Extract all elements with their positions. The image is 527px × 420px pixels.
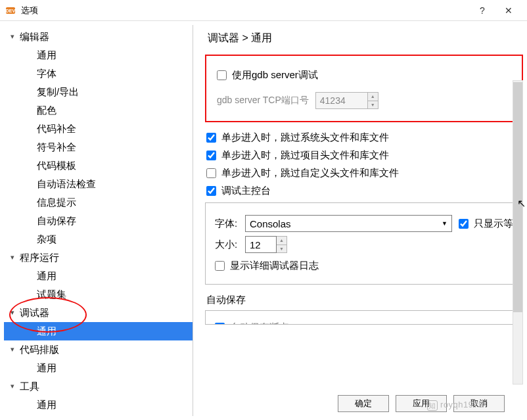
chevron-down-icon: ▾: [11, 345, 20, 354]
tree-item[interactable]: 通用: [4, 359, 193, 377]
size-input[interactable]: 12: [245, 236, 277, 253]
size-label: 大小:: [215, 239, 245, 251]
app-icon: DEV: [5, 5, 16, 16]
step-proj-checkbox[interactable]: 单步进入时，跳过项目头文件和库文件: [206, 149, 522, 162]
chevron-down-icon: ▾: [11, 308, 20, 317]
tree-group-format[interactable]: ▾代码排版: [4, 340, 193, 359]
tree-item[interactable]: 自动语法检查: [4, 175, 193, 193]
tree-item[interactable]: 符号补全: [4, 138, 193, 156]
gdb-port-spinner[interactable]: ▲▼: [368, 92, 378, 109]
tree-item[interactable]: 通用: [4, 267, 193, 285]
main-scrollbar[interactable]: [513, 80, 523, 385]
tree-group-editor[interactable]: ▾编辑器: [4, 28, 193, 46]
window-title: 选项: [21, 5, 38, 16]
cursor-icon: ↖: [517, 197, 526, 210]
tree-item[interactable]: 复制/导出: [4, 83, 193, 101]
autosave-group: 自动保存断点: [205, 310, 523, 325]
settings-tree[interactable]: ▾编辑器 通用 字体 复制/导出 配色 代码补全 符号补全 代码模板 自动语法检…: [4, 25, 193, 416]
ok-button[interactable]: 确定: [338, 395, 389, 412]
gdb-port-input[interactable]: 41234: [315, 92, 368, 109]
tree-item[interactable]: 配色: [4, 101, 193, 120]
gdb-enable-checkbox[interactable]: 使用gdb server调试: [217, 69, 511, 82]
apply-button[interactable]: 应用: [396, 395, 447, 412]
tree-item[interactable]: 代码补全: [4, 120, 193, 138]
chevron-down-icon: ▾: [11, 382, 20, 390]
tree-item[interactable]: 字体: [4, 64, 193, 83]
only-show-checkbox[interactable]: 只显示等: [459, 218, 513, 230]
tree-item[interactable]: 自动保存: [4, 212, 193, 230]
console-enable-checkbox[interactable]: 调试主控台: [206, 185, 522, 197]
chevron-down-icon: ▼: [442, 220, 447, 227]
tree-group-run[interactable]: ▾程序运行: [4, 248, 193, 267]
tree-group-tools[interactable]: ▾工具: [4, 377, 193, 396]
chevron-down-icon: ▾: [11, 253, 20, 262]
cancel-button[interactable]: 取消: [453, 395, 505, 412]
autosave-breakpoints-checkbox[interactable]: 自动保存断点: [215, 321, 513, 325]
tree-item[interactable]: 信息提示: [4, 193, 193, 212]
font-label: 字体:: [215, 218, 245, 230]
help-button[interactable]: ?: [469, 0, 495, 21]
size-spinner[interactable]: ▲▼: [277, 236, 287, 253]
verbose-log-checkbox[interactable]: 显示详细调试器日志: [215, 260, 513, 272]
font-select[interactable]: Consolas ▼: [245, 215, 452, 232]
gdb-enable-input[interactable]: [217, 70, 227, 80]
svg-text:DEV: DEV: [6, 9, 16, 13]
tree-item[interactable]: 通用: [4, 46, 193, 64]
breadcrumb: 调试器 > 通用: [208, 32, 523, 45]
chevron-down-icon: ▾: [11, 32, 20, 41]
close-button[interactable]: ✕: [495, 0, 522, 21]
chevron-down-icon[interactable]: ▼: [368, 101, 378, 109]
gdb-server-group: 使用gdb server调试 gdb server TCP端口号 41234 ▲…: [205, 55, 523, 122]
tree-item[interactable]: 代码模板: [4, 156, 193, 175]
console-group: 字体: Consolas ▼ 只显示等 大小: 12 ▲▼ 显示详细调试器日志: [205, 202, 523, 285]
tree-item[interactable]: 杂项: [4, 230, 193, 248]
gdb-port-label: gdb server TCP端口号: [217, 95, 309, 106]
chevron-up-icon[interactable]: ▲: [368, 93, 378, 101]
chevron-down-icon[interactable]: ▼: [277, 245, 286, 253]
tree-group-debugger[interactable]: ▾调试器: [4, 304, 193, 322]
tree-item-debugger-general[interactable]: 通用: [4, 322, 193, 340]
step-user-checkbox[interactable]: 单步进入时，跳过自定义头文件和库文件: [206, 167, 522, 179]
chevron-up-icon[interactable]: ▲: [277, 237, 286, 245]
tree-item[interactable]: 试题集: [4, 285, 193, 304]
tree-item[interactable]: 通用: [4, 396, 193, 414]
step-sys-checkbox[interactable]: 单步进入时，跳过系统头文件和库文件: [206, 131, 522, 144]
autosave-header: 自动保存: [206, 294, 523, 306]
